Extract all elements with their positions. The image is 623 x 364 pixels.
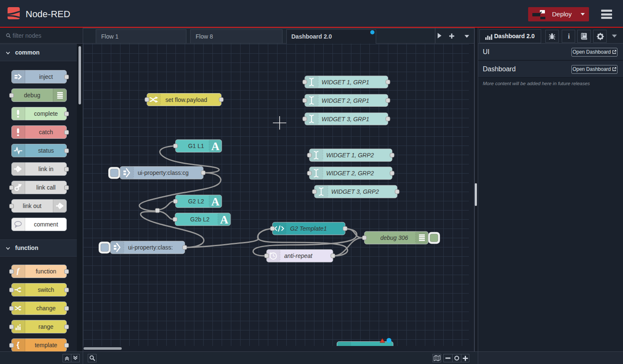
svg-text:G2 L2: G2 L2: [188, 198, 204, 205]
svg-text:A: A: [211, 195, 220, 208]
svg-text:ui-property:class:cg: ui-property:class:cg: [138, 169, 188, 176]
svg-text:set flow.payload: set flow.payload: [165, 96, 207, 103]
svg-text:WIDGET 3, GRP2: WIDGET 3, GRP2: [331, 188, 379, 195]
svg-text:G2b L2: G2b L2: [190, 216, 209, 223]
svg-text:anti-repeat: anti-repeat: [284, 252, 313, 259]
svg-text:G1 L1: G1 L1: [188, 143, 204, 149]
svg-text:i: i: [568, 33, 570, 40]
svg-text:A: A: [211, 140, 220, 153]
svg-text:{: {: [16, 341, 19, 349]
svg-text:f: f: [17, 267, 20, 275]
svg-text:A: A: [220, 213, 228, 226]
svg-text:G2 Template1: G2 Template1: [290, 225, 327, 232]
svg-text:WIDGET 2, GRP2: WIDGET 2, GRP2: [326, 170, 374, 177]
svg-text:debug 306: debug 306: [380, 234, 408, 241]
svg-text:WIDGET 1, GRP2: WIDGET 1, GRP2: [326, 152, 374, 159]
svg-text:WIDGET 3, GRP1: WIDGET 3, GRP1: [322, 116, 369, 122]
svg-text:WIDGET 2, GRP1: WIDGET 2, GRP1: [322, 97, 369, 104]
svg-text:ui-property:class:: ui-property:class:: [128, 244, 173, 251]
svg-text:WIDGET 1, GRP1: WIDGET 1, GRP1: [322, 79, 369, 86]
